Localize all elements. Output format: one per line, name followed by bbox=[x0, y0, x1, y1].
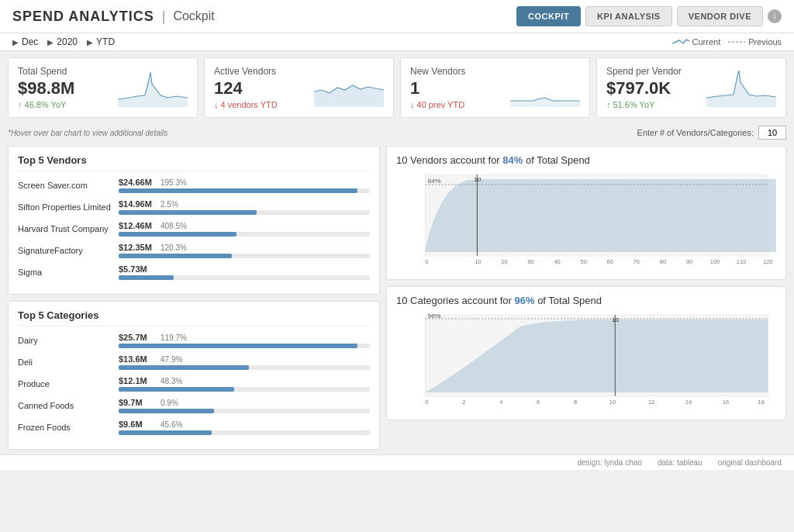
cat-name-4: Frozen Foods bbox=[18, 423, 119, 432]
year-arrow: ▶ bbox=[47, 38, 54, 47]
total-spend-sparkline bbox=[118, 68, 188, 107]
category-pareto-post: of Total Spend bbox=[535, 295, 602, 306]
left-column: Top 5 Vendors Screen Saver.com $24.66M 1… bbox=[8, 146, 380, 450]
category-pareto-pre: 10 Categories account for bbox=[396, 295, 514, 306]
filter-year[interactable]: ▶ 2020 bbox=[47, 36, 78, 47]
svg-text:20: 20 bbox=[501, 258, 507, 265]
current-legend-label: Current bbox=[692, 37, 721, 47]
svg-text:30: 30 bbox=[527, 258, 533, 265]
cat-pct-0: 119.7% bbox=[161, 333, 187, 342]
vendor-pareto-svg: 84% 10 0 10 20 30 40 50 60 70 80 90 100 … bbox=[396, 171, 776, 271]
vendor-name-3: SignatureFactory bbox=[18, 246, 119, 255]
svg-text:12: 12 bbox=[648, 399, 654, 406]
footer: design: lynda chao data: tableau origina… bbox=[0, 454, 794, 470]
cockpit-tab[interactable]: COCKPIT bbox=[516, 6, 581, 26]
footer-original: original dashboard bbox=[718, 458, 782, 467]
vendor-pareto-pre: 10 Vendors account for bbox=[396, 154, 502, 166]
cat-track-4 bbox=[119, 430, 370, 435]
vendor-val-line-1: $14.96M 2.5% bbox=[119, 199, 370, 209]
filter-dec[interactable]: ▶ Dec bbox=[12, 36, 38, 47]
filter-ytd[interactable]: ▶ YTD bbox=[87, 36, 115, 47]
vendor-bar-row-3: SignatureFactory $12.35M 120.3% bbox=[18, 243, 370, 258]
category-pareto-svg: 96% 10 0 2 4 6 8 10 12 14 16 18 bbox=[396, 311, 776, 412]
vendor-pareto-chart: 84% 10 0 10 20 30 40 50 60 70 80 90 100 … bbox=[396, 171, 776, 271]
cat-amount-1: $13.6M bbox=[119, 354, 157, 364]
vendor-pareto-panel: 10 Vendors account for 84% of Total Spen… bbox=[386, 146, 786, 280]
cat-val-line-2: $12.1M 48.3% bbox=[119, 376, 370, 385]
cat-data-2: $12.1M 48.3% bbox=[119, 376, 370, 392]
legend-current: Current bbox=[672, 37, 721, 47]
kpi-spend-per-vendor-sub: ↑ 51.6% YoY bbox=[606, 100, 706, 109]
hint-text: *Hover over bar chart to view additional… bbox=[8, 129, 167, 137]
vendor-input-area: Enter # of Vendors/Categories: bbox=[637, 126, 786, 140]
cat-track-0 bbox=[119, 344, 370, 348]
cat-val-line-1: $13.6M 47.9% bbox=[119, 354, 370, 364]
vendor-val-line-4: $5.73M bbox=[119, 264, 370, 274]
vendor-bar-row-1: Sifton Properties Limited $14.96M 2.5% bbox=[18, 199, 370, 215]
vendor-data-3: $12.35M 120.3% bbox=[119, 243, 370, 258]
header-left: SPEND ANALYTICS | Cockpit bbox=[12, 9, 215, 25]
kpi-active-vendors-info: Active Vendors 124 ↓ 4 vendors YTD bbox=[214, 66, 314, 109]
vendor-val-line-0: $24.66M 195.3% bbox=[119, 178, 370, 187]
svg-text:70: 70 bbox=[633, 258, 640, 265]
cat-track-3 bbox=[119, 409, 370, 413]
hint-row: *Hover over bar chart to view additional… bbox=[0, 124, 794, 141]
previous-legend-label: Previous bbox=[748, 37, 782, 47]
svg-text:90: 90 bbox=[686, 258, 692, 265]
filter-left: ▶ Dec ▶ 2020 ▶ YTD bbox=[12, 36, 115, 47]
cat-track-1 bbox=[119, 365, 370, 370]
top-categories-title: Top 5 Categories bbox=[18, 309, 370, 326]
app-title: SPEND ANALYTICS bbox=[12, 9, 154, 25]
cat-bar-row-2: Produce $12.1M 48.3% bbox=[18, 376, 370, 392]
kpi-spend-per-vendor-info: Spend per Vendor $797.0K ↑ 51.6% YoY bbox=[606, 66, 706, 109]
vendor-pct-0: 195.3% bbox=[161, 178, 187, 187]
vendor-name-0: Screen Saver.com bbox=[18, 181, 119, 190]
vendor-name-4: Sigma bbox=[18, 268, 119, 277]
kpi-new-vendors-label: New Vendors bbox=[410, 66, 510, 77]
header-right: COCKPIT KPI ANALYSIS VENDOR DIVE i bbox=[516, 6, 782, 26]
top-vendors-panel: Top 5 Vendors Screen Saver.com $24.66M 1… bbox=[8, 146, 380, 295]
vendor-count-input[interactable] bbox=[758, 126, 786, 140]
vendor-amount-3: $12.35M bbox=[119, 243, 157, 252]
vendor-amount-2: $12.46M bbox=[119, 221, 157, 230]
legend: Current Previous bbox=[672, 37, 782, 47]
new-vendors-sparkline bbox=[510, 68, 580, 107]
kpi-new-vendors-sub: ↓ 40 prev YTD bbox=[410, 100, 510, 109]
cat-bar-row-4: Frozen Foods $9.6M 45.6% bbox=[18, 420, 370, 435]
top-vendors-title: Top 5 Vendors bbox=[18, 154, 370, 171]
vendor-track-1 bbox=[119, 210, 370, 215]
vendor-data-4: $5.73M bbox=[119, 264, 370, 280]
spend-per-vendor-sparkline bbox=[706, 68, 776, 107]
cat-bar-row-0: Dairy $25.7M 119.7% bbox=[18, 333, 370, 348]
category-pareto-chart: 96% 10 0 2 4 6 8 10 12 14 16 18 bbox=[396, 311, 776, 412]
vendor-pareto-title: 10 Vendors account for 84% of Total Spen… bbox=[396, 154, 776, 166]
kpi-total-spend: Total Spend $98.8M ↑ 46.8% YoY bbox=[8, 57, 198, 118]
dec-label: Dec bbox=[22, 36, 38, 47]
legend-previous: Previous bbox=[728, 37, 782, 47]
vendor-pct-3: 120.3% bbox=[161, 244, 187, 252]
svg-text:16: 16 bbox=[723, 399, 729, 406]
cat-bar-row-3: Canned Foods $9.7M 0.9% bbox=[18, 398, 370, 413]
kpi-total-spend-value: $98.8M bbox=[18, 78, 118, 98]
right-column: 10 Vendors account for 84% of Total Spen… bbox=[386, 146, 786, 450]
cat-fill-3 bbox=[119, 409, 214, 413]
vendor-fill-1 bbox=[119, 210, 257, 215]
kpi-active-vendors: Active Vendors 124 ↓ 4 vendors YTD bbox=[204, 57, 394, 118]
cat-fill-0 bbox=[119, 344, 357, 348]
top-categories-panel: Top 5 Categories Dairy $25.7M 119.7% Del… bbox=[8, 301, 380, 450]
cat-pct-1: 47.9% bbox=[161, 355, 182, 364]
cat-amount-3: $9.7M bbox=[119, 398, 157, 407]
category-pareto-panel: 10 Categories account for 96% of Total S… bbox=[386, 286, 786, 420]
cat-name-3: Canned Foods bbox=[18, 401, 119, 410]
vendor-fill-3 bbox=[119, 254, 232, 258]
vendor-amount-4: $5.73M bbox=[119, 264, 157, 274]
kpi-total-spend-info: Total Spend $98.8M ↑ 46.8% YoY bbox=[18, 66, 118, 109]
svg-text:40: 40 bbox=[554, 258, 560, 265]
vendor-dive-tab[interactable]: VENDOR DIVE bbox=[677, 6, 763, 26]
svg-text:10: 10 bbox=[612, 316, 620, 323]
info-icon[interactable]: i bbox=[768, 9, 782, 23]
vendor-val-line-3: $12.35M 120.3% bbox=[119, 243, 370, 252]
svg-text:0: 0 bbox=[425, 399, 428, 406]
cat-fill-1 bbox=[119, 365, 249, 370]
kpi-analysis-tab[interactable]: KPI ANALYSIS bbox=[585, 6, 672, 26]
